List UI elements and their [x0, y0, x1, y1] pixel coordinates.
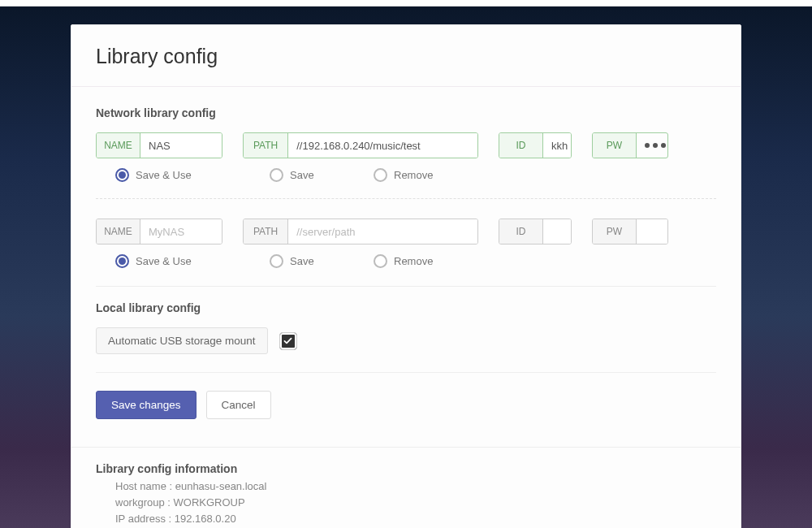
radio-save-use[interactable]: Save & Use — [115, 254, 270, 268]
panel-header: Library config — [71, 25, 741, 87]
entry-divider — [96, 198, 716, 199]
name-field: NAME — [96, 132, 222, 158]
id-label: ID — [499, 219, 543, 244]
id-input[interactable] — [543, 219, 572, 244]
radio-icon — [115, 168, 129, 182]
network-section-title: Network library config — [96, 106, 716, 119]
radio-icon — [374, 168, 387, 182]
pw-label: PW — [593, 219, 637, 244]
radio-label: Save — [290, 255, 314, 267]
network-entry-actions: Save & Use Save Remove — [115, 254, 716, 268]
info-title: Library config information — [96, 462, 716, 475]
info-line: Host name : eunhasu-sean.local — [115, 478, 716, 495]
top-bar — [0, 0, 812, 6]
info-line: IP address : 192.168.0.20 — [115, 511, 716, 527]
radio-icon — [374, 254, 387, 268]
radio-label: Save — [290, 169, 314, 181]
path-label: PATH — [244, 219, 288, 244]
usb-mount-checkbox[interactable] — [279, 332, 297, 350]
radio-remove[interactable]: Remove — [374, 254, 433, 268]
radio-icon — [270, 254, 283, 268]
save-button[interactable]: Save changes — [96, 391, 197, 419]
library-config-panel: Library config Network library config NA… — [71, 24, 741, 528]
info-line: workgroup : WORKGROUP — [115, 495, 716, 511]
path-input[interactable] — [288, 133, 477, 158]
name-input[interactable] — [140, 219, 222, 244]
id-label: ID — [499, 133, 543, 158]
name-label: NAME — [97, 133, 140, 158]
radio-save[interactable]: Save — [270, 254, 374, 268]
pw-field: PW — [592, 219, 668, 245]
radio-icon — [115, 254, 129, 268]
pw-field: PW — [592, 132, 668, 158]
pw-input[interactable] — [637, 219, 668, 244]
usb-mount-label: Automatic USB storage mount — [96, 327, 268, 354]
radio-label: Save & Use — [136, 169, 192, 181]
id-input[interactable] — [543, 133, 572, 158]
radio-icon — [270, 168, 283, 182]
pw-masked-icon[interactable] — [637, 133, 668, 158]
section-divider — [96, 286, 716, 287]
path-field: PATH — [243, 219, 478, 245]
network-entry-row: NAME PATH ID PW — [96, 132, 716, 158]
path-input[interactable] — [288, 219, 477, 244]
usb-mount-row: Automatic USB storage mount — [96, 327, 716, 354]
info-block: Library config information Host name : e… — [71, 447, 741, 528]
network-entry-actions: Save & Use Save Remove — [115, 168, 716, 182]
button-row: Save changes Cancel — [96, 387, 716, 439]
pw-label: PW — [593, 133, 637, 158]
page-title: Library config — [96, 45, 716, 68]
path-label: PATH — [244, 133, 288, 158]
radio-label: Save & Use — [136, 255, 192, 267]
path-field: PATH — [243, 132, 478, 158]
cancel-button[interactable]: Cancel — [206, 391, 271, 419]
local-section-title: Local library config — [96, 301, 716, 314]
radio-remove[interactable]: Remove — [374, 168, 433, 182]
radio-save[interactable]: Save — [270, 168, 374, 182]
name-label: NAME — [97, 219, 140, 244]
id-field: ID — [499, 132, 572, 158]
check-icon — [283, 335, 293, 346]
section-divider — [96, 372, 716, 373]
radio-label: Remove — [394, 255, 433, 267]
radio-save-use[interactable]: Save & Use — [115, 168, 270, 182]
network-entry-row: NAME PATH ID PW — [96, 219, 716, 245]
name-field: NAME — [96, 219, 222, 245]
radio-label: Remove — [394, 169, 433, 181]
id-field: ID — [499, 219, 572, 245]
name-input[interactable] — [140, 133, 222, 158]
